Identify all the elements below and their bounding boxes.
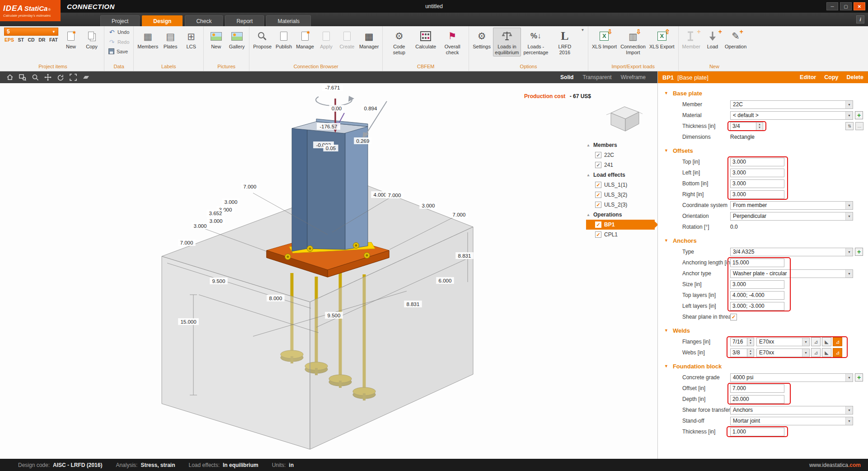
checkbox-checked-icon[interactable]: ✓: [595, 162, 601, 168]
add-concrete-grade-button[interactable]: +: [855, 373, 863, 382]
zoom-window-icon[interactable]: [17, 72, 28, 82]
material-dropdown[interactable]: < default > ▼: [730, 111, 853, 120]
dimension-label[interactable]: 8.831: [407, 301, 420, 307]
model-canvas[interactable]: -7.6710.000.894-176.570.269-0.0030.057.0…: [0, 83, 657, 459]
minimize-button[interactable]: ─: [826, 2, 838, 10]
anchor-grade-dropdown[interactable]: 3/4 A325 ▼: [730, 248, 853, 256]
tab-materials[interactable]: Materials: [266, 15, 311, 26]
xls-import-button[interactable]: X⇩ XLS Import: [591, 28, 618, 51]
tab-report[interactable]: Report: [225, 15, 264, 26]
propose-button[interactable]: Propose: [252, 28, 273, 51]
manage-button[interactable]: Manage: [295, 28, 315, 51]
dimension-label[interactable]: 4.000: [374, 192, 387, 198]
tree-item-uls2[interactable]: ✓ ULS_2(3): [586, 200, 655, 210]
weld-type-butt-button[interactable]: ◣: [822, 348, 831, 357]
design-code-button[interactable]: L LRFD 2016: [551, 28, 579, 57]
design-code-dropdown-arrow[interactable]: ▼: [580, 28, 586, 33]
dimension-label[interactable]: 3.000: [225, 199, 238, 205]
spinner-control[interactable]: ▲▼: [747, 349, 754, 357]
zoom-fit-icon[interactable]: [68, 72, 79, 82]
washer-size-input[interactable]: [730, 280, 784, 289]
foundation-offset-input[interactable]: [730, 384, 784, 393]
dimension-label[interactable]: 3.000: [422, 203, 435, 208]
mode-eps[interactable]: EPS: [5, 37, 14, 42]
add-anchor-type-button[interactable]: +: [855, 248, 863, 256]
dimension-label[interactable]: 3.652: [209, 211, 222, 216]
zoom-icon[interactable]: [30, 72, 41, 82]
offset-top-input[interactable]: [730, 158, 784, 166]
foundation-depth-input[interactable]: [730, 395, 784, 404]
section-welds[interactable]: ▼ Welds: [658, 325, 868, 336]
section-foundation-block[interactable]: ▼ Foundation block: [658, 360, 868, 372]
save-button[interactable]: Save: [107, 47, 130, 55]
anchoring-length-input[interactable]: [730, 259, 784, 267]
mode-cd[interactable]: CD: [28, 37, 35, 42]
section-offsets[interactable]: ▼ Offsets: [658, 145, 868, 156]
shear-plane-checkbox[interactable]: ✓: [730, 314, 737, 320]
dimension-label[interactable]: 15.000: [180, 319, 196, 325]
shear-force-transfer-dropdown[interactable]: Anchors ▼: [730, 406, 853, 414]
delete-operation-button[interactable]: Delete: [846, 74, 863, 80]
new-load-button[interactable]: + Load: [703, 28, 723, 51]
overall-check-button[interactable]: ⚑ Overall check: [438, 28, 466, 57]
xls-export-button[interactable]: X⇧ XLS Export: [648, 28, 676, 51]
checkbox-checked-icon[interactable]: ✓: [595, 221, 601, 228]
weld-type-fillet-button[interactable]: ⊿: [811, 337, 821, 346]
code-setup-button[interactable]: ⚙ Code setup: [385, 28, 413, 57]
dimension-label[interactable]: 9.500: [212, 278, 225, 284]
dimension-label[interactable]: 8.831: [458, 253, 471, 259]
offset-bottom-input[interactable]: [730, 179, 784, 188]
render-mode-wireframe[interactable]: Wireframe: [621, 74, 646, 80]
tree-item-22c[interactable]: ✓ 22C: [586, 150, 655, 160]
section-anchors[interactable]: ▼ Anchors: [658, 235, 868, 246]
dimension-label[interactable]: 6.000: [439, 278, 452, 283]
dimension-label[interactable]: 3.000: [210, 218, 223, 224]
tree-item-uls1[interactable]: ✓ ULS_1(1): [586, 180, 655, 190]
settings-button[interactable]: ⚙ Settings: [471, 28, 492, 51]
tree-item-uls3[interactable]: ✓ ULS_3(2): [586, 190, 655, 200]
checkbox-checked-icon[interactable]: ✓: [595, 231, 601, 238]
left-layers-input[interactable]: [730, 302, 784, 311]
mode-fat[interactable]: FAT: [49, 37, 58, 42]
gallery-button[interactable]: Gallery: [227, 28, 247, 51]
offset-right-input[interactable]: [730, 190, 784, 199]
member-dropdown[interactable]: 22C ▼: [730, 100, 853, 109]
redo-button[interactable]: ↷ Redo: [107, 38, 131, 47]
create-button[interactable]: Create: [337, 28, 357, 51]
render-mode-transparent[interactable]: Transparent: [582, 74, 611, 80]
offset-left-input[interactable]: [730, 169, 784, 177]
undo-button[interactable]: ↶ Undo: [107, 28, 131, 37]
dimension-label[interactable]: 0.894: [364, 106, 377, 111]
thickness-stepper-button[interactable]: ⇅: [845, 122, 854, 130]
anchor-type-dropdown[interactable]: Washer plate - circular ▼: [730, 269, 853, 278]
spinner-control[interactable]: ▲▼: [747, 338, 754, 346]
mode-dr[interactable]: DR: [38, 37, 45, 42]
coordinate-system-dropdown[interactable]: From member ▼: [730, 201, 853, 210]
tree-group-operations[interactable]: ▴ Operations: [586, 210, 655, 220]
tree-item-bp1[interactable]: ✓ BP1: [586, 220, 655, 230]
loads-in-equilibrium-toggle[interactable]: Loads in equilibrium: [493, 28, 521, 57]
rotate-view-icon[interactable]: [55, 72, 66, 82]
dimension-label[interactable]: 7.000: [388, 193, 401, 198]
section-base-plate[interactable]: ▼ Base plate: [658, 87, 868, 99]
pan-icon[interactable]: [42, 72, 53, 82]
dimension-label[interactable]: 3.000: [194, 223, 207, 229]
info-icon[interactable]: i: [856, 15, 864, 24]
new-operation-button[interactable]: ✎+ Operation: [723, 28, 748, 51]
concrete-grade-dropdown[interactable]: 4000 psi ▼: [730, 373, 853, 382]
dimension-label[interactable]: 8.000: [269, 296, 282, 301]
thickness-input[interactable]: [730, 122, 756, 131]
maximize-button[interactable]: ▢: [840, 2, 852, 10]
weld-type-fillet-button[interactable]: ⊿: [811, 348, 821, 357]
dimension-label[interactable]: -7.671: [325, 85, 340, 90]
web-electrode-dropdown[interactable]: E70xx ▼: [756, 349, 810, 357]
tab-check[interactable]: Check: [185, 15, 223, 26]
new-member-button[interactable]: + Member: [681, 28, 702, 51]
weld-type-both-sides-button[interactable]: ⊿: [833, 337, 842, 346]
members-labels-button[interactable]: ▦ Members: [136, 28, 160, 51]
editor-button[interactable]: Editor: [800, 74, 816, 80]
dimension-label[interactable]: 9.500: [328, 313, 341, 318]
checkbox-checked-icon[interactable]: ✓: [595, 192, 601, 198]
connection-import-button[interactable]: ▥⇩ Connection Import: [619, 28, 647, 57]
spinner-control[interactable]: ▲▼: [756, 122, 763, 131]
